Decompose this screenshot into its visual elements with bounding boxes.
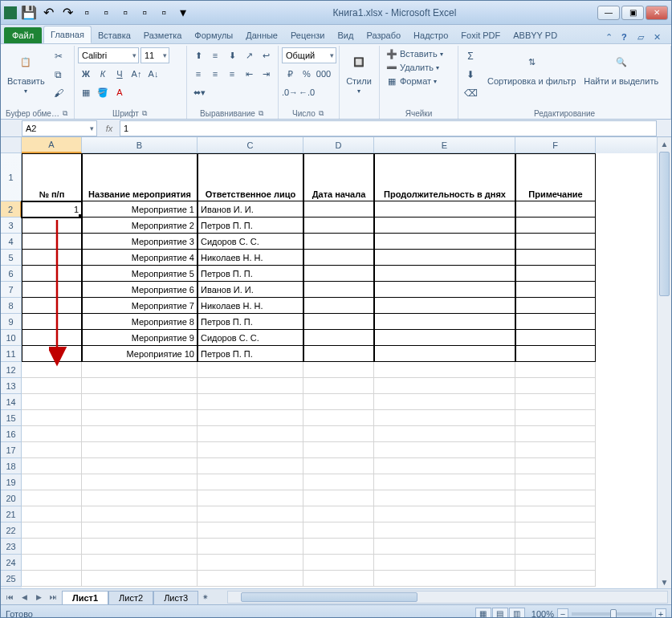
table-cell[interactable] <box>303 266 374 282</box>
table-cell[interactable] <box>374 266 515 282</box>
table-cell[interactable] <box>374 201 515 218</box>
row-header[interactable]: 13 <box>1 378 22 394</box>
table-cell[interactable] <box>374 282 515 298</box>
table-cell[interactable]: Мероприятие 3 <box>82 234 198 250</box>
table-cell[interactable] <box>515 266 596 282</box>
tab-view[interactable]: Вид <box>332 27 360 43</box>
table-header-cell[interactable]: Примечание <box>515 153 596 201</box>
zoom-out-button[interactable]: − <box>557 608 568 619</box>
row-header[interactable]: 2 <box>1 201 22 218</box>
tab-home[interactable]: Главная <box>43 26 92 43</box>
italic-button[interactable]: К <box>95 66 111 82</box>
wrap-text-icon[interactable]: ↩ <box>258 47 274 63</box>
fill-icon[interactable]: ⬇ <box>462 66 479 83</box>
align-left-icon[interactable]: ≡ <box>190 66 206 82</box>
empty-cell[interactable] <box>22 539 82 555</box>
empty-cell[interactable] <box>303 474 374 490</box>
dialog-launcher-icon[interactable]: ⧉ <box>257 109 265 117</box>
empty-cell[interactable] <box>198 458 303 474</box>
empty-cell[interactable] <box>374 378 515 394</box>
row-header[interactable]: 24 <box>1 555 22 571</box>
empty-cell[interactable] <box>374 474 515 490</box>
table-cell[interactable]: Мероприятие 1 <box>82 201 198 218</box>
empty-cell[interactable] <box>82 490 198 506</box>
redo-icon[interactable]: ↷ <box>59 4 76 22</box>
table-cell[interactable] <box>515 346 596 362</box>
view-layout-icon[interactable]: ▤ <box>492 608 508 619</box>
empty-cell[interactable] <box>198 394 303 410</box>
empty-cell[interactable] <box>303 571 374 587</box>
empty-cell[interactable] <box>82 571 198 587</box>
table-cell[interactable] <box>22 346 82 362</box>
table-cell[interactable] <box>22 298 82 314</box>
find-select-button[interactable]: 🔍 Найти и выделить <box>580 47 662 87</box>
empty-cell[interactable] <box>515 426 596 442</box>
empty-cell[interactable] <box>515 522 596 539</box>
empty-cell[interactable] <box>82 555 198 571</box>
table-header-cell[interactable]: Ответственное лицо <box>198 153 303 201</box>
empty-cell[interactable] <box>515 474 596 490</box>
empty-cell[interactable] <box>22 442 82 458</box>
empty-cell[interactable] <box>198 522 303 539</box>
minimize-ribbon-icon[interactable]: ⌃ <box>605 32 617 43</box>
paste-button[interactable]: 📋 Вставить ▾ <box>4 47 48 96</box>
clear-icon[interactable]: ⌫ <box>462 84 479 102</box>
empty-cell[interactable] <box>515 571 596 587</box>
row-header[interactable]: 5 <box>1 250 22 266</box>
qat-btn[interactable]: ▫ <box>155 4 173 22</box>
empty-cell[interactable] <box>515 555 596 571</box>
table-cell[interactable] <box>374 346 515 362</box>
table-cell[interactable] <box>374 298 515 314</box>
view-normal-icon[interactable]: ▦ <box>475 608 491 619</box>
sheet-tab[interactable]: Лист3 <box>153 591 198 604</box>
table-cell[interactable] <box>374 250 515 266</box>
number-format-combo[interactable]: Общий <box>282 47 336 63</box>
table-cell[interactable] <box>515 218 596 234</box>
qat-btn[interactable]: ▫ <box>97 4 115 22</box>
increase-indent-icon[interactable]: ⇥ <box>258 66 274 82</box>
table-cell[interactable] <box>303 201 374 218</box>
empty-cell[interactable] <box>303 490 374 506</box>
table-cell[interactable] <box>374 218 515 234</box>
cells-area[interactable]: № п/пНазвание мероприятияОтветственное л… <box>22 153 657 588</box>
row-header[interactable]: 21 <box>1 506 22 522</box>
empty-cell[interactable] <box>303 362 374 378</box>
table-cell[interactable]: Мероприятие 6 <box>82 282 198 298</box>
empty-cell[interactable] <box>198 539 303 555</box>
row-header[interactable]: 7 <box>1 282 22 298</box>
row-header[interactable]: 6 <box>1 266 22 282</box>
column-header[interactable]: B <box>82 137 198 153</box>
empty-cell[interactable] <box>22 378 82 394</box>
qat-btn[interactable]: ▫ <box>136 4 153 22</box>
table-header-cell[interactable]: Дата начала <box>303 153 374 201</box>
empty-cell[interactable] <box>374 362 515 378</box>
file-tab[interactable]: Файл <box>4 27 42 43</box>
empty-cell[interactable] <box>22 571 82 587</box>
empty-cell[interactable] <box>198 410 303 426</box>
row-header[interactable]: 12 <box>1 362 22 378</box>
empty-cell[interactable] <box>82 506 198 522</box>
cut-icon[interactable]: ✂ <box>50 47 67 65</box>
table-cell[interactable] <box>374 234 515 250</box>
table-cell[interactable]: Мероприятие 9 <box>82 330 198 346</box>
empty-cell[interactable] <box>82 426 198 442</box>
row-header[interactable]: 25 <box>1 571 22 587</box>
tab-formulas[interactable]: Формулы <box>188 27 239 43</box>
sheet-tab[interactable]: Лист2 <box>108 591 153 604</box>
table-cell[interactable] <box>515 234 596 250</box>
tab-data[interactable]: Данные <box>239 27 284 43</box>
table-cell[interactable]: Иванов И. И. <box>198 282 303 298</box>
empty-cell[interactable] <box>374 426 515 442</box>
formula-input[interactable]: 1 <box>120 120 657 136</box>
tab-review[interactable]: Рецензи <box>284 27 332 43</box>
empty-cell[interactable] <box>198 571 303 587</box>
currency-icon[interactable]: ₽ <box>282 66 298 82</box>
sheet-tab[interactable]: Лист1 <box>62 591 108 604</box>
empty-cell[interactable] <box>22 522 82 539</box>
empty-cell[interactable] <box>374 539 515 555</box>
qat-customize-icon[interactable]: ▾ <box>174 4 192 22</box>
empty-cell[interactable] <box>82 394 198 410</box>
dialog-launcher-icon[interactable]: ⧉ <box>141 109 149 117</box>
empty-cell[interactable] <box>22 394 82 410</box>
empty-cell[interactable] <box>515 378 596 394</box>
